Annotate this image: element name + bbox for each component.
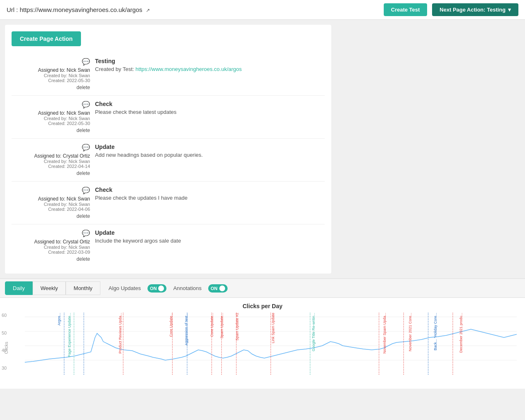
tab-weekly[interactable]: Weekly	[33, 281, 66, 295]
created-date: Created: 2022-03-09	[12, 250, 90, 255]
action-desc: Please check these latest updates	[95, 109, 325, 115]
created-by: Created by: Nick Swan	[12, 202, 90, 207]
algo-updates-label: Algo Updates	[109, 285, 141, 291]
annotations-toggle[interactable]: ON	[208, 284, 228, 293]
created-date: Created: 2022-04-14	[12, 164, 90, 169]
external-link-icon: ↗	[146, 7, 150, 13]
created-by: Created by: Nick Swan	[12, 159, 90, 164]
action-row: 💬Assigned to: Nick SwanCreated by: Nick …	[12, 96, 325, 139]
delete-link[interactable]: delete	[12, 170, 90, 176]
action-row: 💬Assigned to: Nick SwanCreated by: Nick …	[12, 53, 325, 96]
right-panel	[331, 25, 520, 274]
assigned-to: Assigned to: Crystal Ortiz	[12, 239, 90, 245]
toggle-knob-2	[219, 286, 225, 291]
created-by: Created by: Nick Swan	[12, 116, 90, 121]
action-meta: 💬Assigned to: Crystal OrtizCreated by: N…	[12, 144, 90, 176]
created-date: Created: 2022-04-06	[12, 207, 90, 212]
main-content: Create Page Action 💬Assigned to: Nick Sw…	[0, 20, 525, 278]
annotations-label: Annotations	[173, 285, 202, 291]
action-content: CheckPlease check these latest updates	[95, 101, 325, 133]
action-title: Check	[95, 101, 325, 107]
action-title: Update	[95, 229, 325, 236]
action-title: Testing	[95, 58, 325, 64]
action-desc: Include the keyword argos sale date	[95, 238, 325, 244]
created-date: Created: 2022-05-30	[12, 121, 90, 126]
tab-monthly[interactable]: Monthly	[66, 281, 100, 295]
create-test-button[interactable]: Create Test	[384, 3, 428, 16]
action-meta: 💬Assigned to: Nick SwanCreated by: Nick …	[12, 101, 90, 133]
action-desc: Please check the updates I have made	[95, 195, 325, 201]
action-meta: 💬Assigned to: Nick SwanCreated by: Nick …	[12, 58, 90, 90]
delete-link[interactable]: delete	[12, 127, 90, 133]
comment-icon: 💬	[12, 186, 90, 194]
comment-icon: 💬	[12, 58, 90, 66]
assigned-to: Assigned to: Crystal Ortiz	[12, 153, 90, 159]
chevron-down-icon: ▾	[508, 7, 511, 13]
delete-link[interactable]: delete	[12, 213, 90, 219]
chart-svg	[25, 313, 517, 375]
page-header: Url : https://www.moneysavingheroes.co.u…	[0, 0, 525, 20]
action-row: 💬Assigned to: Crystal OrtizCreated by: N…	[12, 139, 325, 182]
action-content: UpdateInclude the keyword argos sale dat…	[95, 229, 325, 262]
action-desc: Add new headings based on popular querie…	[95, 152, 325, 158]
chart-toggles: Algo Updates ON Annotations ON	[109, 284, 228, 293]
action-title: Update	[95, 144, 325, 150]
action-meta: 💬Assigned to: Nick SwanCreated by: Nick …	[12, 186, 90, 219]
action-desc: Created by Test: https://www.moneysaving…	[95, 66, 325, 72]
comment-icon: 💬	[12, 144, 90, 151]
created-by: Created by: Nick Swan	[12, 245, 90, 250]
action-list: 💬Assigned to: Nick SwanCreated by: Nick …	[12, 53, 325, 267]
action-content: CheckPlease check the updates I have mad…	[95, 186, 325, 219]
y-axis-side-label: Clicks	[4, 342, 9, 354]
next-page-action-button[interactable]: Next Page Action: Testing ▾	[432, 3, 518, 16]
delete-link[interactable]: delete	[12, 85, 90, 90]
comment-icon: 💬	[12, 101, 90, 109]
action-link[interactable]: https://www.moneysavingheroes.co.uk/argo…	[135, 66, 242, 72]
create-page-action-button[interactable]: Create Page Action	[12, 31, 81, 46]
created-date: Created: 2022-05-30	[12, 78, 90, 83]
action-meta: 💬Assigned to: Crystal OrtizCreated by: N…	[12, 229, 90, 262]
action-title: Check	[95, 186, 325, 193]
algo-updates-toggle[interactable]: ON	[147, 284, 167, 293]
chart-container: Clicks per Day 60 50 40 30 Clicks	[0, 298, 525, 389]
chart-area: Daily Weekly Monthly Algo Updates ON Ann…	[0, 278, 525, 389]
tab-daily[interactable]: Daily	[5, 281, 33, 295]
assigned-to: Assigned to: Nick Swan	[12, 196, 90, 202]
actions-panel: Create Page Action 💬Assigned to: Nick Sw…	[5, 25, 331, 274]
delete-link[interactable]: delete	[12, 256, 90, 262]
chart-tabs-row: Daily Weekly Monthly Algo Updates ON Ann…	[0, 279, 525, 298]
created-by: Created by: Nick Swan	[12, 73, 90, 78]
toggle-knob	[158, 286, 164, 291]
action-content: UpdateAdd new headings based on popular …	[95, 144, 325, 176]
comment-icon: 💬	[12, 229, 90, 237]
chart-title: Clicks per Day	[0, 303, 525, 309]
action-row: 💬Assigned to: Crystal OrtizCreated by: N…	[12, 224, 325, 267]
page-url: Url : https://www.moneysavingheroes.co.u…	[7, 6, 379, 13]
assigned-to: Assigned to: Nick Swan	[12, 110, 90, 116]
assigned-to: Assigned to: Nick Swan	[12, 67, 90, 73]
action-content: TestingCreated by Test: https://www.mone…	[95, 58, 325, 90]
action-row: 💬Assigned to: Nick SwanCreated by: Nick …	[12, 182, 325, 224]
